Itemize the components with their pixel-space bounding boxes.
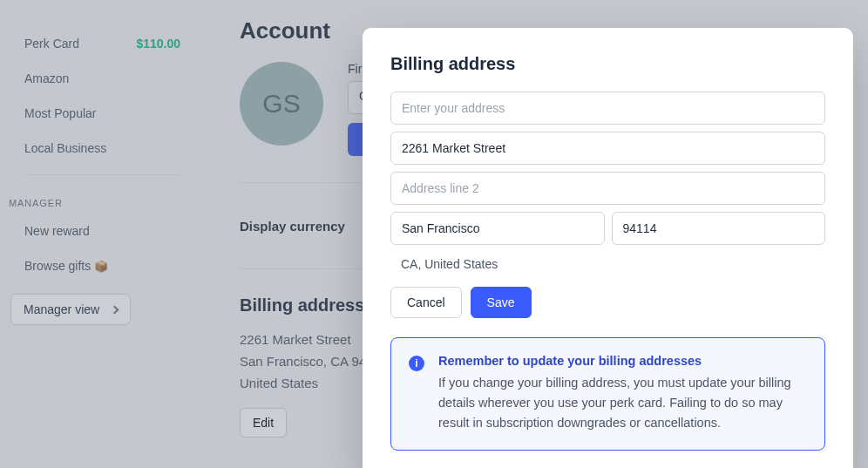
postal-code-input[interactable] [612, 212, 826, 245]
cancel-button[interactable]: Cancel [390, 287, 462, 318]
address-search-input[interactable] [390, 92, 825, 125]
info-icon: i [409, 356, 424, 371]
save-button[interactable]: Save [471, 287, 532, 318]
region-text: CA, United States [390, 252, 825, 287]
address-line2-input[interactable] [390, 172, 825, 205]
billing-address-modal: Billing address CA, United States Cancel… [363, 28, 853, 468]
notice-body: If you change your billing address, you … [438, 373, 807, 434]
notice-title: Remember to update your billing addresse… [438, 354, 807, 368]
modal-title: Billing address [390, 54, 825, 74]
city-input[interactable] [390, 212, 605, 245]
address-line1-input[interactable] [390, 132, 825, 165]
billing-notice: i Remember to update your billing addres… [390, 337, 825, 451]
